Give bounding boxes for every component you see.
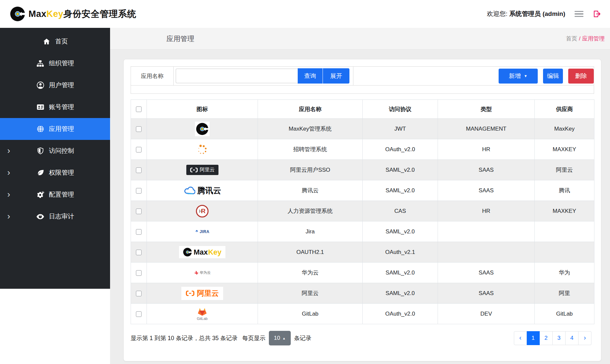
sidebar-item-app[interactable]: 应用管理 (0, 118, 110, 140)
sidebar: 首页组织管理用户管理账号管理应用管理›访问控制›权限管理›配置管理›日志审计 (0, 28, 110, 364)
row-icon-cell: HR (147, 201, 258, 221)
sidebar-item-home[interactable]: 首页 (0, 30, 110, 52)
table-row[interactable]: 阿里云阿里云SAML_v2.0SAAS阿里 (131, 283, 594, 304)
page-size-select[interactable]: 10▲ (269, 331, 291, 345)
row-checkbox-cell (131, 221, 147, 242)
welcome-text: 欢迎您: 系统管理员 (admin) (487, 10, 565, 18)
applications-table: 图标应用名称访问协议类型供应商 MaxKey管理系统JWTMANAGEMENTM… (131, 99, 594, 324)
app-name-cell: 阿里云用户SSO (258, 160, 363, 180)
table-row[interactable]: 招聘管理系统OAuth_v2.0HRMAXKEY (131, 139, 594, 160)
row-icon-cell: 腾讯云 (147, 180, 258, 201)
select-all-checkbox[interactable] (136, 106, 142, 112)
row-icon-cell: 华为云 (147, 263, 258, 283)
sidebar-item-perm[interactable]: ›权限管理 (0, 162, 110, 184)
page-body: 首页组织管理用户管理账号管理应用管理›访问控制›权限管理›配置管理›日志审计 应… (0, 28, 610, 364)
app-name-cell: 阿里云 (258, 283, 363, 304)
app-icon-aliyun-orange: 阿里云 (147, 283, 258, 303)
pagination-page-3[interactable]: 3 (553, 331, 566, 345)
breadcrumb: 首页/应用管理 (566, 35, 605, 42)
type-cell: DEV (438, 304, 535, 324)
row-checkbox[interactable] (136, 188, 142, 194)
table-footer: 显示第 1 到第 10 条记录，总共 35 条记录 每页显示 10▲ 条记录 ‹… (131, 331, 594, 345)
table-row[interactable]: 腾讯云腾讯云SAML_v2.0SAAS腾讯 (131, 180, 594, 201)
delete-button[interactable]: 删除 (568, 69, 594, 84)
shield-icon (36, 147, 45, 154)
row-checkbox[interactable] (136, 270, 142, 276)
app-name-cell: 人力资源管理系统 (258, 201, 363, 221)
row-checkbox[interactable] (136, 311, 142, 317)
vendor-cell: 阿里云 (535, 160, 594, 180)
row-checkbox[interactable] (136, 167, 142, 173)
row-checkbox-cell (131, 283, 147, 304)
app-icon-jira: JIRA (147, 221, 258, 242)
leaf-icon (36, 169, 45, 177)
sidebar-item-label: 账号管理 (49, 103, 74, 111)
table-row[interactable]: JIRAJiraSAML_v2.0 (131, 221, 594, 242)
caret-down-icon: ▼ (524, 74, 527, 78)
sidebar-item-account[interactable]: 账号管理 (0, 96, 110, 118)
protocol-cell: OAuth_v2.1 (363, 242, 438, 263)
pagination: ‹1234› (514, 331, 591, 345)
table-row[interactable]: 华为云华为云SAML_v2.0SAAS华为 (131, 263, 594, 283)
table-row[interactable]: HR人力资源管理系统CASHRMAXKEY (131, 201, 594, 221)
app-name-cell: GitLab (258, 304, 363, 324)
protocol-cell: SAML_v2.0 (363, 263, 438, 283)
app-name-cell: OAUTH2.1 (258, 242, 363, 263)
vendor-cell (535, 221, 594, 242)
logout-icon[interactable] (593, 10, 601, 18)
table-row[interactable]: MaxKey管理系统JWTMANAGEMENTMaxKey (131, 119, 594, 139)
type-cell: MANAGEMENT (438, 119, 535, 139)
edit-button[interactable]: 编辑 (543, 69, 563, 84)
pagination-page-1[interactable]: 1 (527, 331, 540, 345)
protocol-cell: JWT (363, 119, 438, 139)
sidebar-item-user[interactable]: 用户管理 (0, 74, 110, 96)
row-checkbox[interactable] (136, 209, 142, 214)
eye-icon (36, 212, 45, 221)
table-row[interactable]: MaxKeyOAUTH2.1OAuth_v2.1 (131, 242, 594, 263)
vendor-cell: MaxKey (535, 119, 594, 139)
sidebar-item-label: 日志审计 (49, 212, 74, 221)
pagination-page-2[interactable]: 2 (540, 331, 553, 345)
pagination-prev[interactable]: ‹ (514, 331, 527, 345)
brand-suffix: 身份安全管理系统 (63, 9, 136, 19)
row-icon-cell: 阿里云 (147, 283, 258, 304)
welcome-prefix: 欢迎您: (487, 10, 508, 17)
pagination-next[interactable]: › (579, 331, 591, 345)
query-button[interactable]: 查询 (298, 68, 323, 84)
pagination-page-4[interactable]: 4 (566, 331, 579, 345)
brand-max: Max (29, 9, 46, 19)
page-title: 应用管理 (166, 34, 194, 43)
vendor-cell: 阿里 (535, 283, 594, 304)
row-checkbox[interactable] (136, 147, 142, 152)
row-icon-cell: GitLab (147, 304, 258, 324)
sidebar-item-label: 首页 (55, 37, 68, 46)
table-actions: 新增▼ 编辑 删除 (499, 69, 594, 84)
protocol-cell: OAuth_v2.0 (363, 304, 438, 324)
main-content: 应用管理 首页/应用管理 应用名称 查询 展开 新增 (110, 28, 610, 364)
home-icon (42, 38, 51, 45)
table-row[interactable]: 阿里云阿里云用户SSOSAML_v2.0SAAS阿里云 (131, 160, 594, 180)
row-checkbox[interactable] (136, 250, 142, 255)
filter-row: 应用名称 查询 展开 新增▼ 编辑 删除 (131, 67, 594, 86)
chevron-right-icon: › (7, 168, 10, 177)
breadcrumb-home[interactable]: 首页 (566, 35, 577, 42)
sidebar-item-label: 访问控制 (49, 147, 74, 155)
row-checkbox[interactable] (136, 229, 142, 235)
table-row[interactable]: GitLabGitLabOAuth_v2.0DEVGitLab (131, 304, 594, 324)
add-button[interactable]: 新增▼ (499, 69, 538, 84)
sitemap-icon (36, 60, 45, 67)
sidebar-item-config[interactable]: ›配置管理 (0, 184, 110, 206)
row-icon-cell: JIRA (147, 221, 258, 242)
sidebar-item-access[interactable]: ›访问控制 (0, 140, 110, 162)
menu-toggle-icon[interactable] (575, 11, 583, 17)
search-input[interactable] (176, 69, 298, 83)
sidebar-item-org[interactable]: 组织管理 (0, 52, 110, 74)
app-icon-gitlab: GitLab (147, 304, 258, 324)
protocol-cell: SAML_v2.0 (363, 283, 438, 304)
row-checkbox[interactable] (136, 126, 142, 132)
globe-icon (36, 125, 45, 133)
sidebar-item-audit[interactable]: ›日志审计 (0, 206, 110, 227)
expand-button[interactable]: 展开 (323, 68, 349, 84)
row-checkbox[interactable] (136, 291, 142, 296)
app-icon-hr-logo: HR (147, 201, 258, 221)
